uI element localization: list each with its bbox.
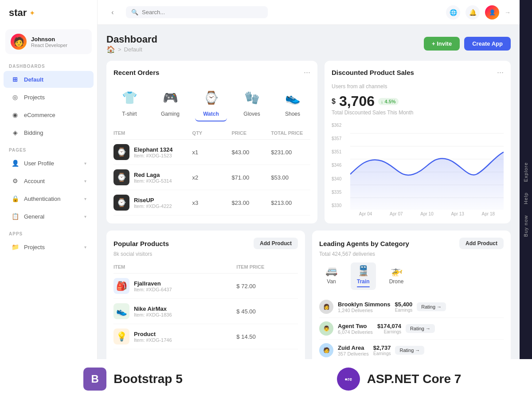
chart-number: 3,706	[339, 93, 375, 110]
sidebar-item-account[interactable]: ⚙ Account ▾	[4, 172, 94, 189]
drone-icon: 🚁	[391, 265, 403, 277]
section-apps: APPS	[0, 225, 97, 238]
agent-name: Brooklyn Simmons	[338, 301, 390, 308]
agents-header: Leading Agents by Category Add Product	[319, 238, 504, 249]
dotnet-icon: ●re	[337, 368, 360, 391]
notification-icon-button[interactable]: 🔔	[466, 5, 480, 20]
tab-tshirt[interactable]: 👕 T-shirt	[113, 83, 145, 121]
item-details: Product Item: #XDG-1746	[134, 331, 172, 343]
rating-button[interactable]: Rating →	[395, 346, 424, 355]
x-label: Apr 13	[451, 211, 464, 216]
van-icon: 🚐	[325, 265, 337, 277]
rating-button[interactable]: Rating →	[406, 324, 435, 333]
help-label[interactable]: Help	[523, 192, 528, 204]
tab-train[interactable]: 🚆 Train	[351, 262, 376, 290]
add-product-button[interactable]: Add Product	[254, 238, 298, 249]
bidding-icon: ◈	[11, 128, 20, 137]
header-arrow-icon[interactable]: →	[505, 9, 511, 16]
item-id: Item: #XDG-1523	[134, 153, 172, 158]
page-content: Dashboard 🏠 > Default + Invite Create Ap…	[98, 25, 520, 399]
tab-van[interactable]: 🚐 Van	[319, 262, 344, 290]
tab-van-label: Van	[327, 278, 336, 285]
ecommerce-icon: ◉	[11, 110, 20, 119]
chart-x-axis: Apr 04 Apr 07 Apr 10 Apr 13 Apr 18	[332, 211, 504, 216]
chart-card-header: Discounted Product Sales ···	[332, 68, 504, 77]
page-header-left: Dashboard 🏠 > Default	[106, 34, 157, 54]
sidebar-item-general[interactable]: 📋 General ▾	[4, 208, 94, 225]
tab-tshirt-label: T-shirt	[122, 111, 137, 117]
tab-shoes[interactable]: 👟 Shoes	[277, 83, 309, 121]
sidebar-item-authentication[interactable]: 🔒 Authentication ▾	[4, 190, 94, 207]
logo-text: star	[9, 7, 27, 19]
section-dashboards: DASHBOARDS	[0, 58, 97, 70]
bootstrap-icon: B	[83, 368, 106, 391]
tab-gloves-label: Gloves	[243, 111, 260, 117]
explore-label[interactable]: Explore	[523, 162, 528, 182]
item-qty: x3	[192, 200, 232, 206]
chart-menu-icon[interactable]: ···	[497, 68, 504, 77]
item-qty: x1	[192, 149, 232, 156]
agent-deliveries: 1,240 Deliveries	[338, 308, 390, 313]
tab-gloves[interactable]: 🧤 Gloves	[236, 83, 268, 121]
add-product-button-2[interactable]: Add Product	[459, 238, 504, 249]
shoes-icon: 👟	[282, 87, 303, 108]
tab-watch[interactable]: ⌚ Watch	[195, 83, 227, 121]
section-pages: PAGES	[0, 141, 97, 154]
table-row: 💡 Product Item: #XDG-1746 $ 14.50	[113, 324, 298, 349]
item-image: 👟	[113, 303, 129, 319]
popular-products-title: Popular Products	[113, 240, 169, 247]
invite-button[interactable]: + Invite	[424, 37, 460, 51]
agent-earnings: $2,737	[373, 344, 391, 351]
agent-deliveries: 357 Deliveries	[338, 351, 369, 356]
agent-info: Brooklyn Simmons 1,240 Deliveries	[338, 301, 390, 313]
table-row: ⌚ Elephant 1324 Item: #XDG-1523 x1 $43.0…	[113, 140, 310, 165]
sidebar-item-bidding[interactable]: ◈ Bidding	[4, 124, 94, 141]
item-name: RiseUP	[134, 197, 172, 203]
item-name: Elephant 1324	[134, 146, 172, 153]
chart-value: $ 3,706 ↓ 4.5%	[332, 93, 504, 110]
sidebar-item-ecommerce[interactable]: ◉ eCommerce	[4, 106, 94, 123]
dotnet-watermark: ●re ASP.NET Core 7	[266, 359, 532, 399]
projects-icon: ◎	[11, 93, 20, 102]
agent-row: 👨 Agent Two 6,074 Deliveries $174,074 Ea…	[319, 318, 504, 340]
agent-row: 👩 Brooklyn Simmons 1,240 Deliveries $5,4…	[319, 296, 504, 318]
tab-drone[interactable]: 🚁 Drone	[383, 262, 410, 290]
col-price: PRICE	[231, 130, 271, 136]
agents-subtitle: Total 424,567 deliveries	[319, 251, 504, 257]
y-label: $362	[332, 123, 341, 128]
item-id: Item: #XDG-6437	[134, 287, 172, 292]
buy-now-label[interactable]: Buy now	[523, 215, 528, 237]
search-bar[interactable]: 🔍	[126, 6, 268, 18]
sidebar-item-user-profile[interactable]: 👤 User Profile ▾	[4, 155, 94, 172]
breadcrumb: 🏠 > Default	[106, 45, 157, 54]
product-tabs: 👕 T-shirt 🎮 Gaming ⌚ Watch 🧤	[113, 83, 310, 121]
sidebar: star ✦ 🧑 Johnson React Developer DASHBOA…	[0, 0, 98, 399]
sidebar-item-app-projects[interactable]: 📁 Projects ▾	[4, 239, 94, 255]
item-id: Item: #XDG-1836	[134, 312, 172, 317]
theme-icon-button[interactable]: 🌐	[446, 5, 460, 20]
agent-earnings-label: Earnings	[373, 351, 391, 356]
tab-gaming[interactable]: 🎮 Gaming	[154, 83, 186, 121]
item-image: ⌚	[113, 169, 129, 185]
card-menu-icon[interactable]: ···	[304, 68, 310, 77]
sidebar-item-default[interactable]: ⊞ Default	[4, 71, 94, 88]
agent-avatar: 🧑	[319, 343, 333, 357]
header-avatar[interactable]: 👤	[485, 5, 499, 20]
top-grid: Recent Orders ··· 👕 T-shirt 🎮 Gaming	[106, 61, 511, 223]
leading-agents-card: Leading Agents by Category Add Product T…	[312, 231, 511, 368]
item-details: Elephant 1324 Item: #XDG-1523	[134, 146, 172, 158]
page-title: Dashboard	[106, 34, 157, 45]
item-info: 👟 Nike AirMax Item: #XDG-1836	[113, 303, 236, 319]
sidebar-item-projects[interactable]: ◎ Projects	[4, 89, 94, 106]
avatar: 🧑	[11, 34, 27, 50]
create-app-button[interactable]: Create App	[464, 37, 511, 51]
item-image: ⌚	[113, 144, 129, 160]
item-total: $231.00	[271, 149, 310, 156]
collapse-button[interactable]: ‹	[106, 6, 119, 19]
bootstrap-text: Bootstrap 5	[113, 372, 183, 386]
table-row: ⌚ Red Laga Item: #XDG-5314 x2 $71.00 $53…	[113, 165, 310, 190]
sidebar-item-label: Projects	[24, 94, 86, 101]
search-input[interactable]	[142, 9, 262, 16]
bottom-grid: Popular Products Add Product 8k social v…	[106, 231, 511, 368]
rating-button[interactable]: Rating →	[417, 302, 446, 311]
